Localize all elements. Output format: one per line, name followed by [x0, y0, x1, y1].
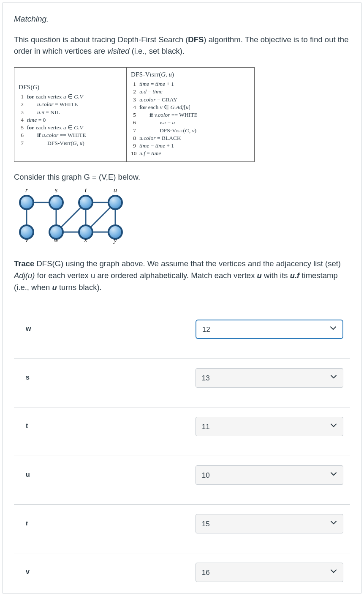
pseudocode-line: 4for each v ∈ G.Adj[u] — [131, 104, 250, 111]
graph-node-label: w — [54, 236, 59, 244]
match-vertex-label: r — [14, 514, 196, 528]
task-bold: Trace — [14, 259, 34, 268]
chevron-down-icon — [330, 568, 337, 575]
graph-node — [79, 196, 92, 209]
pseudocode-line: 1time = time + 1 — [131, 80, 250, 88]
graph-node-label: r — [25, 187, 28, 194]
match-control: 12 — [196, 320, 350, 339]
intro-italic: visited — [107, 46, 129, 55]
match-vertex-label: s — [14, 368, 196, 383]
chevron-down-icon — [330, 470, 337, 481]
match-row: w12 — [14, 310, 350, 358]
pseudocode-line: 5if v.color == WHITE — [131, 111, 250, 119]
match-control: 13 — [196, 368, 350, 388]
intro-text: (i.e., set black). — [130, 46, 185, 55]
question-title: Matching. — [14, 13, 350, 25]
matching-table: w12s13t11u10r15v16 — [14, 310, 350, 586]
pseudocode-line: 2u.d = time — [131, 88, 250, 96]
match-control: 11 — [196, 417, 350, 436]
pseudocode-dfs: DFS(G) 1for each vertex u ∈ G.V2u.color … — [14, 68, 127, 161]
graph-node-label: u — [114, 187, 117, 194]
match-select-value: 10 — [202, 470, 210, 481]
task-description: Trace DFS(G) using the graph above. We a… — [14, 258, 350, 293]
match-select-value: 16 — [202, 567, 210, 578]
match-vertex-label: v — [14, 563, 196, 577]
graph-diagram: rstuvwxy — [14, 187, 128, 246]
chevron-down-icon — [330, 373, 337, 384]
chevron-down-icon — [330, 422, 337, 429]
graph-node-label: x — [84, 236, 87, 244]
chevron-down-icon — [330, 374, 337, 380]
task-text: DFS(G) using the graph above. We assume … — [34, 259, 341, 268]
pseudocode-dfs-visit: DFS-Visit(G, u) 1time = time + 12u.d = t… — [127, 68, 254, 161]
match-control: 15 — [196, 514, 350, 533]
chevron-down-icon — [330, 324, 337, 335]
chevron-down-icon — [330, 421, 337, 432]
intro-text: This question is about tracing Depth-Fir… — [14, 35, 188, 44]
pseudocode-line: 7DFS-Visit(G, v) — [131, 127, 250, 134]
chevron-down-icon — [330, 325, 337, 332]
question-intro: This question is about tracing Depth-Fir… — [14, 34, 350, 57]
chevron-down-icon — [330, 567, 337, 578]
match-select-value: 13 — [202, 373, 210, 384]
task-bold-italic: u.f — [290, 271, 300, 280]
task-text: with its — [262, 271, 290, 280]
chevron-down-icon — [330, 519, 337, 530]
match-vertex-label: t — [14, 417, 196, 431]
pseudocode-line: 3u.π = NIL — [19, 109, 122, 116]
task-italic: Adj(u) — [14, 271, 35, 280]
match-select[interactable]: 15 — [196, 514, 343, 533]
pseudocode-line: 9time = time + 1 — [131, 142, 250, 150]
match-row: t11 — [14, 407, 350, 456]
graph-node — [109, 196, 122, 209]
match-row: u10 — [14, 456, 350, 504]
match-control: 10 — [196, 465, 350, 485]
graph-node-label: v — [25, 236, 28, 244]
graph-node — [49, 196, 63, 209]
pseudocode-line: 6v.π = u — [131, 119, 250, 126]
dfs-header: DFS(G) — [19, 83, 122, 91]
match-row: r15 — [14, 504, 350, 553]
task-bold-italic: u — [257, 271, 262, 280]
pseudocode-line: 5for each vertex u ∈ G.V — [19, 124, 122, 131]
graph-intro: Consider this graph G = (V,E) below. — [14, 171, 350, 183]
chevron-down-icon — [330, 519, 337, 526]
match-vertex-label: w — [14, 320, 196, 334]
pseudocode-line: 3u.color = GRAY — [131, 96, 250, 104]
pseudocode-line: 8u.color = BLACK — [131, 134, 250, 142]
graph-node-label: s — [55, 187, 58, 194]
pseudocode-line: 4time = 0 — [19, 116, 122, 124]
pseudocode-line: 1for each vertex u ∈ G.V — [19, 93, 122, 101]
match-select[interactable]: 10 — [196, 465, 343, 485]
pseudocode-line: 2u.color = WHITE — [19, 101, 122, 108]
pseudocode-line: 6if u.color == WHITE — [19, 131, 122, 139]
pseudocode-box: DFS(G) 1for each vertex u ∈ G.V2u.color … — [14, 67, 255, 162]
task-text: turns black). — [57, 283, 102, 292]
match-row: s13 — [14, 358, 350, 407]
chevron-down-icon — [330, 471, 337, 478]
match-select[interactable]: 11 — [196, 417, 343, 436]
match-select[interactable]: 13 — [196, 368, 343, 388]
match-select[interactable]: 16 — [196, 563, 343, 582]
match-row: v16 — [14, 553, 350, 586]
match-select-value: 15 — [202, 519, 210, 530]
task-text: for each vertex u are ordered alphabetic… — [35, 271, 257, 280]
graph-node — [20, 196, 33, 209]
match-vertex-label: u — [14, 465, 196, 480]
match-select-value: 11 — [202, 421, 210, 432]
pseudocode-line: 10u.f = time — [131, 150, 250, 157]
task-bold-italic: u — [52, 283, 57, 292]
question-container: Matching. This question is about tracing… — [3, 3, 361, 593]
graph-node-label: t — [85, 187, 87, 194]
match-control: 16 — [196, 563, 350, 582]
match-select-value: 12 — [202, 324, 210, 335]
pseudocode-line: 7DFS-Visit(G, u) — [19, 139, 122, 147]
match-select[interactable]: 12 — [196, 320, 343, 339]
graph-node-label: y — [113, 236, 117, 244]
dfs-visit-header: DFS-Visit(G, u) — [131, 70, 250, 79]
intro-bold: DFS — [188, 35, 204, 44]
